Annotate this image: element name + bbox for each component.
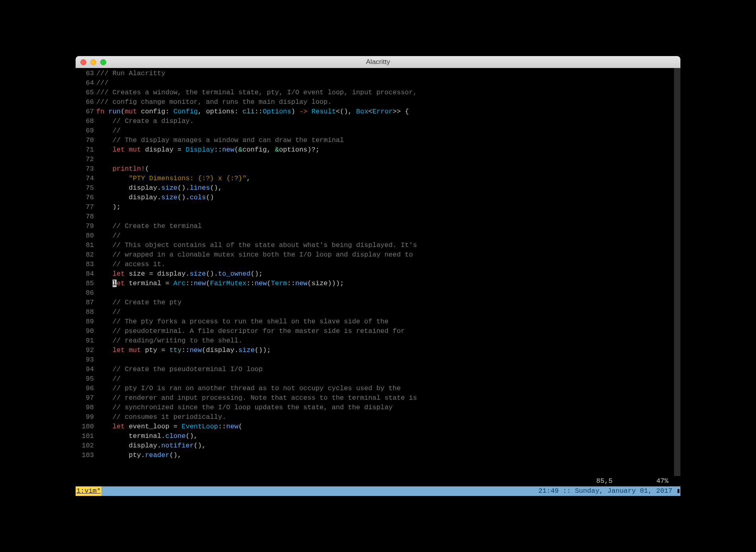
code-line[interactable]: 68 // Create a display. bbox=[76, 117, 674, 126]
code-line[interactable]: 65/// Creates a window, the terminal sta… bbox=[76, 88, 674, 97]
code-line[interactable]: 89 // The pty forks a process to run the… bbox=[76, 317, 674, 327]
close-icon[interactable] bbox=[80, 59, 86, 65]
code-content[interactable]: let mut display = Display::new(&config, … bbox=[96, 145, 320, 155]
titlebar[interactable]: Alacritty bbox=[76, 56, 680, 68]
line-number: 83 bbox=[76, 260, 96, 269]
code-line[interactable]: 77 ); bbox=[76, 202, 674, 212]
code-line[interactable]: 75 display.size().lines(), bbox=[76, 183, 674, 193]
code-area[interactable]: 63/// Run Alacritty64///65/// Creates a … bbox=[76, 68, 674, 476]
code-content[interactable]: fn run(mut config: Config, options: cli:… bbox=[96, 107, 409, 117]
code-content[interactable]: display.size().lines(), bbox=[96, 183, 222, 193]
code-content[interactable]: // Create the pseudoterminal I/O loop bbox=[96, 365, 263, 374]
code-line[interactable]: 72 bbox=[76, 155, 674, 164]
vim-cursor-position: 85,5 bbox=[596, 476, 613, 486]
code-content[interactable]: // pty I/O is ran on another thread as t… bbox=[96, 384, 401, 393]
code-line[interactable]: 86 bbox=[76, 288, 674, 298]
tmux-window-label[interactable]: 1:vim* bbox=[76, 486, 101, 496]
code-content[interactable]: display.notifier(), bbox=[96, 441, 206, 451]
code-content[interactable]: // This object contains all of the state… bbox=[96, 241, 417, 250]
line-number: 99 bbox=[76, 412, 96, 422]
code-line[interactable]: 81 // This object contains all of the st… bbox=[76, 241, 674, 250]
code-content[interactable]: // wrapped in a clonable mutex since bot… bbox=[96, 250, 413, 260]
code-content[interactable]: let event_loop = EventLoop::new( bbox=[96, 422, 242, 431]
code-content[interactable]: // synchronized since the I/O loop updat… bbox=[96, 403, 393, 412]
code-content[interactable]: let size = display.size().to_owned(); bbox=[96, 269, 263, 279]
code-line[interactable]: 99 // consumes it periodically. bbox=[76, 412, 674, 422]
code-line[interactable]: 85 let terminal = Arc::new(FairMutex::ne… bbox=[76, 279, 674, 288]
code-line[interactable]: 97 // renderer and input processing. Not… bbox=[76, 393, 674, 403]
code-content[interactable]: // bbox=[96, 231, 121, 241]
line-number: 70 bbox=[76, 136, 96, 145]
line-number: 87 bbox=[76, 298, 96, 307]
code-line[interactable]: 63/// Run Alacritty bbox=[76, 69, 674, 78]
code-content[interactable]: // Create a display. bbox=[96, 117, 194, 126]
code-line[interactable]: 79 // Create the terminal bbox=[76, 222, 674, 231]
maximize-icon[interactable] bbox=[100, 59, 106, 65]
code-line[interactable]: 67fn run(mut config: Config, options: cl… bbox=[76, 107, 674, 117]
code-line[interactable]: 70 // The display manages a window and c… bbox=[76, 136, 674, 145]
code-content[interactable]: // The display manages a window and can … bbox=[96, 136, 344, 145]
code-line[interactable]: 101 terminal.clone(), bbox=[76, 431, 674, 441]
minimize-icon[interactable] bbox=[90, 59, 96, 65]
line-number: 96 bbox=[76, 384, 96, 393]
code-content[interactable]: // bbox=[96, 126, 121, 136]
code-line[interactable]: 69 // bbox=[76, 126, 674, 136]
line-number: 102 bbox=[76, 441, 96, 451]
terminal-window: Alacritty 63/// Run Alacritty64///65/// … bbox=[76, 56, 680, 496]
code-line[interactable]: 88 // bbox=[76, 307, 674, 317]
code-content[interactable]: // Create the pty bbox=[96, 298, 181, 307]
code-content[interactable]: display.size().cols() bbox=[96, 193, 214, 202]
code-content[interactable]: "PTY Dimensions: {:?} x {:?}", bbox=[96, 174, 251, 183]
code-line[interactable]: 83 // access it. bbox=[76, 260, 674, 269]
code-content[interactable]: pty.reader(), bbox=[96, 451, 181, 460]
code-content[interactable]: // Create the terminal bbox=[96, 222, 202, 231]
code-line[interactable]: 98 // synchronized since the I/O loop up… bbox=[76, 403, 674, 412]
code-content[interactable]: /// config change monitor, and runs the … bbox=[96, 97, 332, 107]
code-content[interactable]: // renderer and input processing. Note t… bbox=[96, 393, 417, 403]
code-line[interactable]: 78 bbox=[76, 212, 674, 222]
code-content[interactable]: // pseudoterminal. A file descriptor for… bbox=[96, 327, 405, 336]
code-content[interactable]: terminal.clone(), bbox=[96, 431, 198, 441]
code-content[interactable]: /// Creates a window, the terminal state… bbox=[96, 88, 417, 97]
code-line[interactable]: 100 let event_loop = EventLoop::new( bbox=[76, 422, 674, 431]
code-content[interactable]: // consumes it periodically. bbox=[96, 412, 226, 422]
code-line[interactable]: 71 let mut display = Display::new(&confi… bbox=[76, 145, 674, 155]
code-line[interactable]: 74 "PTY Dimensions: {:?} x {:?}", bbox=[76, 174, 674, 183]
code-content[interactable]: println!( bbox=[96, 164, 149, 174]
tmux-statusbar[interactable]: 1:vim* 21:49 :: Sunday, January 01, 2017… bbox=[76, 486, 680, 496]
code-content[interactable]: /// Run Alacritty bbox=[96, 69, 165, 78]
code-line[interactable]: 93 bbox=[76, 355, 674, 365]
code-content[interactable]: // The pty forks a process to run the sh… bbox=[96, 317, 389, 327]
code-content[interactable]: ); bbox=[96, 202, 121, 212]
code-content[interactable]: // bbox=[96, 374, 121, 384]
scrollbar[interactable] bbox=[674, 68, 680, 476]
code-line[interactable]: 90 // pseudoterminal. A file descriptor … bbox=[76, 327, 674, 336]
code-content[interactable]: /// bbox=[96, 78, 109, 88]
code-line[interactable]: 64/// bbox=[76, 78, 674, 88]
code-content[interactable]: let terminal = Arc::new(FairMutex::new(T… bbox=[96, 279, 344, 288]
terminal-viewport[interactable]: 63/// Run Alacritty64///65/// Creates a … bbox=[76, 68, 680, 496]
cursor: l bbox=[113, 280, 117, 287]
code-content[interactable]: // bbox=[96, 307, 121, 317]
code-line[interactable]: 84 let size = display.size().to_owned(); bbox=[76, 269, 674, 279]
code-line[interactable]: 95 // bbox=[76, 374, 674, 384]
letterbox: Alacritty 63/// Run Alacritty64///65/// … bbox=[0, 0, 756, 552]
code-line[interactable]: 82 // wrapped in a clonable mutex since … bbox=[76, 250, 674, 260]
code-line[interactable]: 91 // reading/writing to the shell. bbox=[76, 336, 674, 346]
code-line[interactable]: 94 // Create the pseudoterminal I/O loop bbox=[76, 365, 674, 374]
code-line[interactable]: 92 let mut pty = tty::new(display.size()… bbox=[76, 346, 674, 355]
code-content[interactable]: // access it. bbox=[96, 260, 165, 269]
code-line[interactable]: 66/// config change monitor, and runs th… bbox=[76, 97, 674, 107]
code-line[interactable]: 102 display.notifier(), bbox=[76, 441, 674, 451]
code-line[interactable]: 103 pty.reader(), bbox=[76, 451, 674, 460]
code-line[interactable]: 73 println!( bbox=[76, 164, 674, 174]
line-number: 73 bbox=[76, 164, 96, 174]
code-content[interactable]: let mut pty = tty::new(display.size()); bbox=[96, 346, 271, 355]
line-number: 94 bbox=[76, 365, 96, 374]
code-content[interactable]: // reading/writing to the shell. bbox=[96, 336, 242, 346]
code-line[interactable]: 80 // bbox=[76, 231, 674, 241]
code-line[interactable]: 76 display.size().cols() bbox=[76, 193, 674, 202]
code-line[interactable]: 87 // Create the pty bbox=[76, 298, 674, 307]
line-number: 91 bbox=[76, 336, 96, 346]
code-line[interactable]: 96 // pty I/O is ran on another thread a… bbox=[76, 384, 674, 393]
